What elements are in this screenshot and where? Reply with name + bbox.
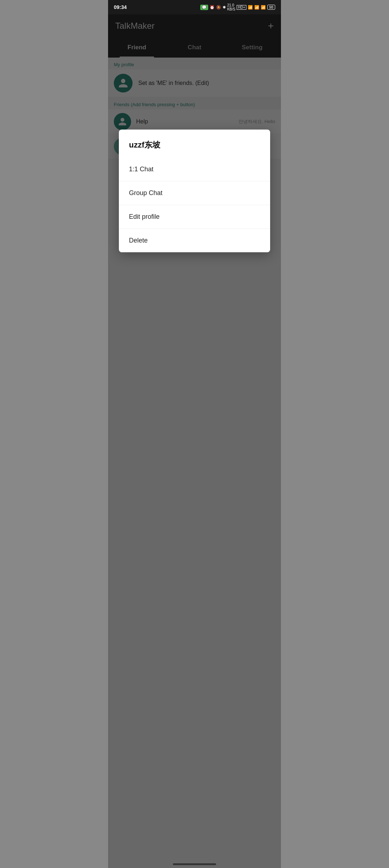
battery-icon: 98 bbox=[267, 5, 275, 10]
home-indicator bbox=[173, 863, 216, 865]
dialog-title: uzzf东坡 bbox=[119, 130, 270, 158]
context-menu-dialog: uzzf东坡 1:1 Chat Group Chat Edit profile … bbox=[119, 130, 270, 252]
status-bar: 09:34 💬 ⏰ 🔕 ✱ 21.0KB/S HD+ 📶 📶 📶 98 bbox=[108, 0, 281, 14]
msg-notification-icon: 💬 bbox=[200, 5, 208, 10]
5g-signal-icon: 📶 bbox=[261, 5, 266, 10]
mute-icon: 🔕 bbox=[216, 5, 221, 10]
bluetooth-icon: ✱ bbox=[223, 5, 226, 10]
speed-indicator: 21.0KB/S bbox=[227, 3, 236, 11]
status-icons: 💬 ⏰ 🔕 ✱ 21.0KB/S HD+ 📶 📶 📶 98 bbox=[200, 3, 275, 11]
wifi-icon: 📶 bbox=[248, 5, 253, 10]
status-time: 09:34 bbox=[114, 4, 127, 10]
hd-badge: HD+ bbox=[237, 5, 246, 10]
dialog-item-edit-profile[interactable]: Edit profile bbox=[119, 205, 270, 229]
dialog-item-delete[interactable]: Delete bbox=[119, 229, 270, 252]
alarm-icon: ⏰ bbox=[210, 5, 215, 10]
dialog-item-one-to-one-chat[interactable]: 1:1 Chat bbox=[119, 158, 270, 181]
signal-icon: 📶 bbox=[254, 5, 259, 10]
dialog-item-group-chat[interactable]: Group Chat bbox=[119, 181, 270, 205]
